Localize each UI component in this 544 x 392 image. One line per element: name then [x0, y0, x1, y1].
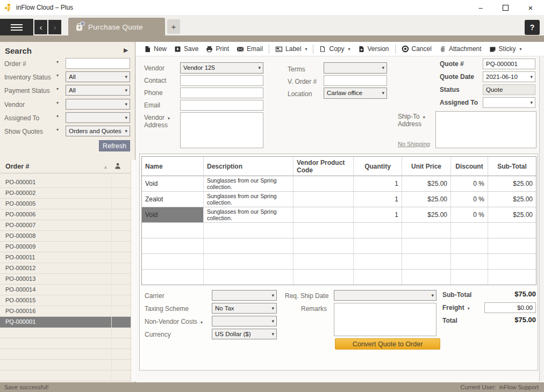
contact-input[interactable] [180, 75, 263, 86]
filter-dropdown-icon[interactable]: ▾ [56, 127, 59, 132]
email-button[interactable]: Email [233, 42, 267, 55]
order-input[interactable] [66, 58, 130, 69]
no-shipping-link[interactable]: No Shipping [398, 141, 430, 147]
vendor-select[interactable]: ▾ [66, 99, 130, 110]
save-button[interactable]: Save [170, 42, 202, 55]
phone-input[interactable] [180, 88, 263, 98]
cell-name[interactable]: Void [142, 207, 204, 223]
filter-dropdown-icon[interactable]: ▾ [56, 73, 59, 78]
empty-cell[interactable] [402, 254, 451, 270]
column-header[interactable]: Name [142, 157, 204, 176]
shipto-address-textarea[interactable] [435, 111, 536, 148]
show-quotes-select[interactable]: Orders and Quotes▾ [66, 126, 130, 136]
empty-cell[interactable] [294, 270, 354, 285]
empty-cell[interactable] [354, 270, 402, 285]
empty-cell[interactable] [204, 223, 294, 238]
filter-dropdown-icon[interactable]: ▾ [56, 114, 59, 119]
email-input[interactable] [180, 100, 263, 111]
new-tab-button[interactable]: + [167, 19, 180, 34]
table-empty-row[interactable] [142, 238, 536, 254]
print-button[interactable]: Print [202, 42, 233, 55]
main-menu-button[interactable] [0, 19, 33, 35]
empty-cell[interactable] [488, 223, 536, 238]
attachment-button[interactable]: Attachment [435, 42, 485, 55]
assigned-to-select[interactable]: ▾ [66, 112, 130, 123]
cell-discount[interactable]: 0 % [451, 176, 488, 192]
empty-cell[interactable] [354, 238, 402, 254]
empty-cell[interactable] [488, 270, 536, 285]
empty-cell[interactable] [142, 270, 204, 285]
empty-cell[interactable] [488, 238, 536, 254]
empty-cell[interactable] [294, 223, 354, 238]
column-header[interactable]: Description [204, 157, 294, 176]
empty-cell[interactable] [142, 238, 204, 254]
empty-cell[interactable] [451, 270, 488, 285]
quote-no-input[interactable]: PQ-000001 [483, 59, 535, 69]
non-vendor-costs-select[interactable]: ▾ [212, 316, 277, 326]
empty-cell[interactable] [354, 254, 402, 270]
cell-unit-price[interactable]: $25.00 [402, 192, 451, 207]
column-header[interactable]: Discount [451, 157, 488, 176]
nav-forward-button[interactable]: › [48, 20, 61, 34]
help-button[interactable]: ? [525, 20, 540, 35]
version-button[interactable]: Version [354, 42, 393, 55]
cancel-button[interactable]: Cancel [398, 42, 435, 55]
vendor-order-input[interactable] [324, 75, 387, 86]
empty-cell[interactable] [488, 254, 536, 270]
refresh-button[interactable]: Refresh [99, 140, 130, 151]
filter-dropdown-icon[interactable]: ▾ [56, 60, 59, 64]
vendor-address-textarea[interactable] [180, 112, 263, 148]
cell-name[interactable]: Void [142, 176, 204, 192]
taxing-scheme-select[interactable]: No Tax▾ [212, 303, 277, 314]
new-button[interactable]: New [140, 42, 170, 55]
carrier-select[interactable]: ▾ [212, 290, 277, 301]
empty-cell[interactable] [451, 223, 488, 238]
dropdown-arrow-icon[interactable]: ▾ [168, 116, 170, 121]
cell-name[interactable]: Zealot [142, 192, 204, 207]
cell-unit-price[interactable]: $25.00 [402, 207, 451, 223]
filter-dropdown-icon[interactable]: ▾ [56, 100, 59, 105]
assigned-person-icon[interactable] [114, 163, 121, 171]
cell-description[interactable]: Sunglasses from our Spring collection. [204, 192, 294, 207]
column-header[interactable]: Vendor Product Code [294, 157, 354, 176]
copy-button[interactable]: Copy▾ [316, 42, 354, 55]
cell-vendor-product-code[interactable] [294, 176, 354, 192]
close-button[interactable]: × [518, 0, 543, 15]
cell-quantity[interactable]: 1 [354, 207, 402, 223]
empty-cell[interactable] [294, 254, 354, 270]
collapse-panel-icon[interactable]: ▶ [124, 47, 128, 54]
table-row[interactable]: VoidSunglasses from our Spring collectio… [142, 207, 536, 223]
table-row[interactable]: VoidSunglasses from our Spring collectio… [142, 176, 536, 192]
empty-cell[interactable] [451, 254, 488, 270]
payment-status-select[interactable]: All▾ [66, 85, 130, 96]
cell-vendor-product-code[interactable] [294, 207, 354, 223]
cell-quantity[interactable]: 1 [354, 176, 402, 192]
empty-cell[interactable] [294, 238, 354, 254]
cell-discount[interactable]: 0 % [451, 207, 488, 223]
empty-cell[interactable] [354, 223, 402, 238]
column-header[interactable]: Quantity [354, 157, 402, 176]
tab-purchase-quote[interactable]: Purchase Quote [68, 18, 165, 42]
main-scrollbar[interactable] [539, 57, 544, 381]
cell-vendor-product-code[interactable] [294, 192, 354, 207]
cell-sub-total[interactable]: $25.00 [488, 176, 536, 192]
line-items-table[interactable]: NameDescriptionVendor Product CodeQuanti… [141, 156, 536, 285]
cell-description[interactable]: Sunglasses from our Spring collection. [204, 176, 294, 192]
terms-select[interactable]: ▾ [324, 62, 387, 74]
column-header[interactable]: Sub-Total [488, 157, 536, 176]
sort-ascending-icon[interactable]: ▲ [103, 164, 108, 170]
dropdown-arrow-icon[interactable]: ▾ [423, 115, 425, 120]
remarks-textarea[interactable] [334, 303, 436, 336]
table-empty-row[interactable] [142, 254, 536, 270]
empty-cell[interactable] [402, 223, 451, 238]
maximize-button[interactable] [493, 0, 517, 15]
cell-description[interactable]: Sunglasses from our Spring collection. [204, 207, 294, 223]
minimize-button[interactable]: – [469, 0, 492, 15]
filter-dropdown-icon[interactable]: ▾ [56, 86, 59, 91]
empty-cell[interactable] [142, 223, 204, 238]
convert-quote-to-order-button[interactable]: Convert Quote to Order [335, 338, 440, 350]
cell-sub-total[interactable]: $25.00 [488, 192, 536, 207]
empty-cell[interactable] [204, 270, 294, 285]
vendor-select[interactable]: Vendor 125▾ [180, 62, 263, 74]
empty-cell[interactable] [402, 238, 451, 254]
